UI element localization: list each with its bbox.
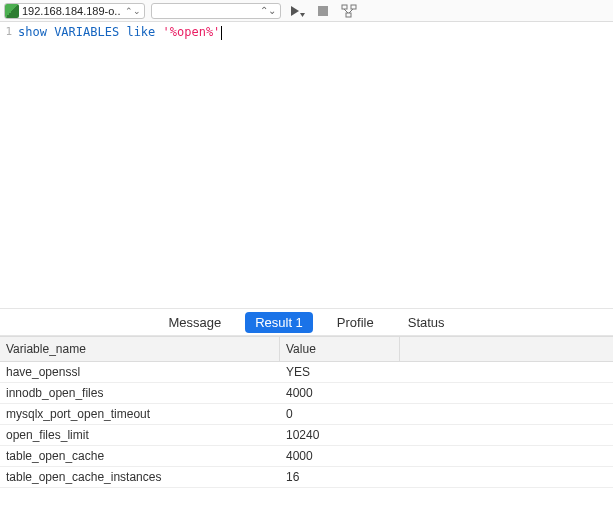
cell-value: 4000 [280,446,400,466]
svg-marker-1 [300,13,305,17]
token-keyword: VARIABLES [54,25,119,39]
table-row[interactable]: table_open_cache_instances16 [0,467,613,488]
result-tabs: Message Result 1 Profile Status [0,308,613,336]
tab-message[interactable]: Message [158,312,231,333]
explain-button[interactable] [339,3,359,19]
chevron-updown-icon: ⌃⌄ [123,6,141,16]
column-header-value[interactable]: Value [280,337,400,361]
column-header-variable-name[interactable]: Variable_name [0,337,280,361]
svg-rect-2 [342,5,347,9]
token-keyword: like [126,25,155,39]
result-grid-body: have_opensslYES innodb_open_files4000 my… [0,362,613,488]
toolbar: 192.168.184.189-o.. ⌃⌄ ⌃⌄ [0,0,613,22]
cell-variable-name: mysqlx_port_open_timeout [0,404,280,424]
column-header-empty [400,337,613,361]
cell-value: 4000 [280,383,400,403]
svg-marker-0 [291,6,299,16]
table-row[interactable]: mysqlx_port_open_timeout0 [0,404,613,425]
tab-status[interactable]: Status [398,312,455,333]
token-keyword: show [18,25,47,39]
text-caret [221,26,222,40]
table-row[interactable]: innodb_open_files4000 [0,383,613,404]
table-row[interactable]: have_opensslYES [0,362,613,383]
run-button[interactable] [287,3,307,19]
cell-value: YES [280,362,400,382]
table-row[interactable]: table_open_cache4000 [0,446,613,467]
table-row[interactable]: open_files_limit10240 [0,425,613,446]
cell-variable-name: table_open_cache_instances [0,467,280,487]
code-line: show VARIABLES like '%open%' [18,22,613,40]
sql-editor[interactable]: 1 show VARIABLES like '%open%' [0,22,613,308]
svg-line-5 [344,9,348,13]
chevron-updown-icon: ⌃⌄ [260,5,276,16]
tab-profile[interactable]: Profile [327,312,384,333]
cell-value: 10240 [280,425,400,445]
cell-value: 0 [280,404,400,424]
connection-selector[interactable]: 192.168.184.189-o.. ⌃⌄ [4,3,145,19]
line-number: 1 [0,25,12,38]
cell-value: 16 [280,467,400,487]
connection-label: 192.168.184.189-o.. [22,5,120,17]
stop-icon [318,6,328,16]
tab-result-1[interactable]: Result 1 [245,312,313,333]
svg-line-6 [349,9,353,13]
database-combo[interactable]: ⌃⌄ [151,3,281,19]
token-string: '%open%' [163,25,221,39]
explain-icon [341,4,357,18]
result-grid-header: Variable_name Value [0,336,613,362]
line-gutter: 1 [0,22,14,308]
svg-rect-3 [351,5,356,9]
svg-rect-4 [346,13,351,17]
cell-variable-name: have_openssl [0,362,280,382]
cell-variable-name: innodb_open_files [0,383,280,403]
cell-variable-name: table_open_cache [0,446,280,466]
connection-status-icon [5,4,19,18]
cell-variable-name: open_files_limit [0,425,280,445]
stop-button[interactable] [313,3,333,19]
